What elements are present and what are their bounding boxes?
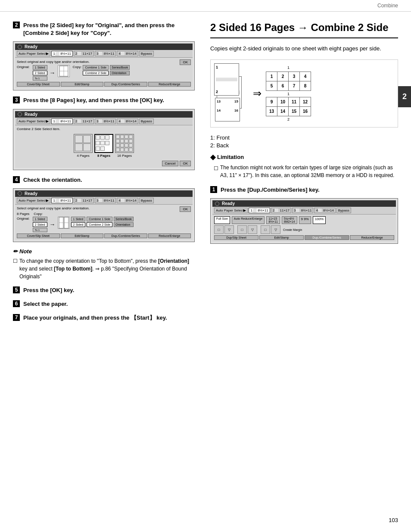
c1sided-s4[interactable]: 1 Sided	[71, 217, 86, 221]
p3-s3[interactable]: 3⬜ 8½×11	[95, 118, 116, 124]
combine-opts-s4: Combine 1 Side Combine 2 Side	[87, 217, 112, 227]
p2-s1[interactable]: 2⬜ 11×17	[271, 208, 291, 213]
cell-11: 11	[289, 97, 300, 107]
p3-s1[interactable]: 3⬜ 8½×11	[292, 208, 313, 213]
ready-label-step2: Ready	[25, 44, 37, 49]
copy-label: Copy:	[73, 65, 82, 69]
auto-reduce-btn[interactable]: Auto Reduce/Enlarge	[232, 216, 265, 224]
orientation-btn[interactable]: Orientation	[110, 71, 130, 75]
step-7-num: 7	[13, 314, 20, 321]
dup-s4[interactable]: Dup./Combine/Series	[104, 233, 147, 238]
bypass-s1[interactable]: Bypass	[336, 208, 351, 213]
cell-12: 12	[300, 97, 311, 107]
main-area-step2: Select original and copy type and/or ori…	[15, 58, 193, 88]
cancel-btn-step3[interactable]: Cancel	[162, 161, 179, 166]
paper-1[interactable]: 1⬜ 8½×11	[51, 51, 72, 56]
to1-orig[interactable]: To 1	[33, 76, 47, 81]
result-row-1: 1 2 3 4	[266, 72, 311, 81]
dup-combine-s1[interactable]: Dup./Combine/Series	[305, 235, 349, 240]
combine-1side-btn[interactable]: Combine 1 Side	[83, 65, 109, 70]
ready-label-step1: Ready	[222, 201, 235, 206]
reduce-s1[interactable]: Reduce/Enlarge	[350, 235, 394, 240]
ok-btn-step4[interactable]: OK	[180, 206, 191, 212]
combine-2side-btn[interactable]: Combine 2 Side	[83, 71, 109, 75]
arrow-sym: →	[49, 69, 56, 76]
dup-slip-btn[interactable]: Dup/Slip Sheet	[214, 235, 258, 240]
2sided-s4[interactable]: 2 Sided	[33, 222, 47, 227]
cell-5: 5	[266, 81, 277, 91]
series-book-s4[interactable]: Series/Book	[114, 217, 134, 221]
edit-stamp-s1[interactable]: Edit/Stamp	[259, 235, 304, 240]
icon6[interactable]: ▽	[271, 225, 280, 234]
p1-s1[interactable]: 1⬜ 8½×11	[249, 208, 270, 213]
cell-8: 8	[300, 81, 311, 91]
auto-paper-s3[interactable]: Auto Paper Select▶	[17, 118, 50, 124]
cover-slip-btn[interactable]: Cover/Slip Sheet	[17, 82, 60, 87]
size-row: Full Size Auto Reduce/Enlarge 11×158½×11…	[214, 216, 394, 224]
reduce-enlarge-btn[interactable]: Reduce/Enlarge	[148, 82, 191, 87]
result-label-bottom-2: 2	[266, 117, 311, 121]
step-7-label: Place your originals, and then press the…	[23, 314, 167, 321]
auto-paper-s4[interactable]: Auto Paper Select▶	[17, 198, 50, 203]
step-3-label: Press the [8 Pages] key, and then press …	[23, 97, 164, 103]
p4-s4[interactable]: 4⬜ 8½×14	[117, 198, 138, 203]
combine1-s4[interactable]: Combine 1 Side	[87, 217, 112, 221]
bypass-s3[interactable]: Bypass	[139, 118, 154, 124]
8pages-thumb[interactable]	[94, 134, 113, 153]
combine2-s4[interactable]: Combine 2 Side	[87, 222, 112, 227]
p1-s3[interactable]: 1⬜ 8½×11	[51, 118, 72, 124]
full-size-btn[interactable]: Full Size	[214, 216, 230, 224]
4pages-thumb[interactable]	[74, 134, 93, 153]
p3-s4[interactable]: 3⬜ 8½×11	[95, 198, 116, 203]
edit-s4[interactable]: Edit/Stamp	[61, 233, 104, 238]
result-grids: 1 1 2 3 4 5 6 7 8	[266, 65, 311, 121]
paper-row-step2: Auto Paper Select▶ 1⬜ 8½×11 2⬜ 11×17 3⬜ …	[15, 50, 193, 58]
right-title: 2 Sided 16 Pages → Combine 2 Side	[210, 22, 388, 33]
limitation-box: ◆ Limitation ☐ The function might not wo…	[210, 153, 398, 179]
result-label-2: 1	[266, 92, 311, 96]
create-margin-btn[interactable]: Create Margin	[283, 228, 302, 231]
paper-3[interactable]: 3⬜ 8½×11	[95, 51, 116, 56]
icon5[interactable]: □	[261, 225, 270, 234]
auto-paper-btn[interactable]: Auto Paper Select▶	[17, 51, 50, 56]
right-heading: 2 Sided 16 Pages → Combine 2 Side	[210, 22, 398, 38]
icons-row: □ ▽ □ ▽ □ ▽ Create Margin	[214, 225, 394, 234]
bypass-btn[interactable]: Bypass	[139, 51, 154, 56]
front-num-2: 2	[216, 90, 218, 94]
dup-combine-btn[interactable]: Dup./Combine/Series	[104, 82, 147, 87]
one-sided-orig[interactable]: 1 Sided	[33, 65, 47, 70]
orientation-s4[interactable]: Orientation	[114, 222, 134, 227]
auto-paper-s1[interactable]: Auto Paper Select▶	[214, 208, 248, 213]
p4-s3[interactable]: 4⬜ 8½×14	[117, 118, 138, 124]
bottom-row-step1: Dup/Slip Sheet Edit/Stamp Dup./Combine/S…	[214, 235, 394, 240]
two-sided-orig[interactable]: 2 Sided	[33, 71, 47, 75]
icon3[interactable]: □	[237, 225, 247, 234]
1sided-s4[interactable]: 1 Sided	[33, 217, 47, 221]
cell-14: 14	[277, 107, 289, 116]
edit-stamp-btn[interactable]: Edit/Stamp	[61, 82, 104, 87]
icon1[interactable]: □	[214, 225, 224, 234]
ok-btn-step3[interactable]: OK	[180, 161, 191, 166]
series-book-btn[interactable]: Series/Book	[110, 65, 130, 70]
cover-s4[interactable]: Cover/Slip Sheet	[17, 233, 60, 238]
16pages-thumb[interactable]	[115, 134, 134, 153]
c2sided-s4[interactable]: 2 Sided	[71, 222, 86, 227]
p2-s4[interactable]: 2⬜ 11×17	[74, 198, 94, 203]
to1-s4[interactable]: To 1	[33, 228, 47, 232]
icon2[interactable]: ▽	[224, 225, 234, 234]
p2-s3[interactable]: 2⬜ 11×17	[74, 118, 94, 124]
size-5785[interactable]: 5¾×8½8M2×14	[282, 216, 297, 224]
icon4[interactable]: ▽	[248, 225, 257, 234]
note-text: ☐ To change the copy orientation to "Top…	[13, 257, 195, 280]
paper-4[interactable]: 4⬜ 8½×14	[117, 51, 138, 56]
page-extra: 13 15 14 16	[215, 98, 240, 121]
p1-s4[interactable]: 1⬜ 8½×11	[51, 198, 72, 203]
ok-btn-step2[interactable]: OK	[180, 59, 191, 65]
size-1115[interactable]: 11×158½×11	[266, 216, 280, 224]
result-row-2: 5 6 7 8	[266, 81, 311, 91]
bypass-s4[interactable]: Bypass	[139, 198, 154, 203]
p4-s1[interactable]: 4⬜ 8½×14	[314, 208, 335, 213]
paper-2[interactable]: 2⬜ 11×17	[74, 51, 94, 56]
step-3-block: 3 Press the [8 Pages] key, and then pres…	[13, 96, 195, 170]
reduce-s4[interactable]: Reduce/Enlarge	[148, 233, 191, 238]
